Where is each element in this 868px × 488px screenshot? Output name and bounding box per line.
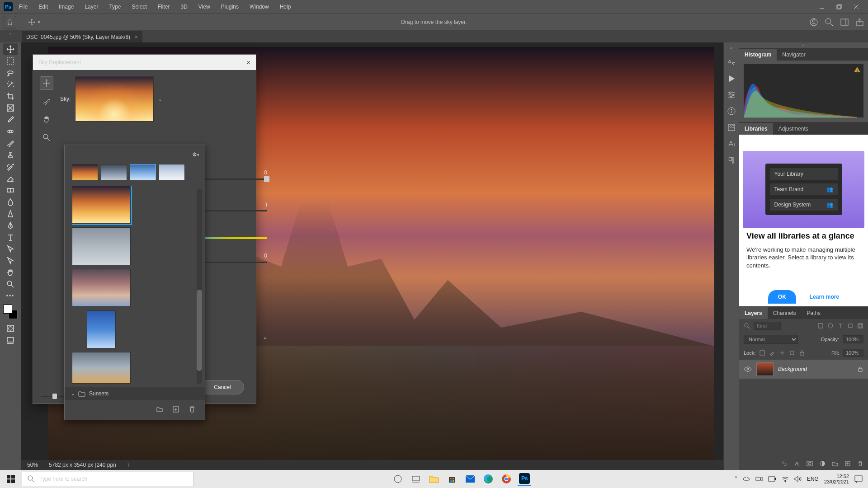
menu-help[interactable]: Help: [275, 2, 296, 12]
taskbar-search[interactable]: Type here to search: [22, 472, 193, 486]
eraser-tool[interactable]: [3, 173, 18, 184]
recent-sky-thumb[interactable]: [101, 164, 127, 180]
document-tab[interactable]: DSC_0045.jpg @ 50% (Sky, Layer Mask/8) ×: [22, 31, 142, 42]
hand-tool[interactable]: [3, 267, 18, 278]
tab-adjustments[interactable]: Adjustments: [773, 123, 814, 135]
minimize-button[interactable]: [814, 1, 830, 13]
sky-dropdown-caret-icon[interactable]: ⌄: [158, 97, 162, 102]
lock-all-icon[interactable]: [799, 350, 805, 356]
libraries-ok-button[interactable]: OK: [768, 290, 796, 304]
close-button[interactable]: [848, 1, 864, 13]
expand-toolbar-chevron-icon[interactable]: »: [0, 31, 21, 36]
crop-tool[interactable]: [3, 90, 18, 102]
dialog-move-tool[interactable]: [40, 76, 53, 90]
character-icon[interactable]: [727, 139, 736, 148]
tab-histogram[interactable]: Histogram: [739, 49, 777, 61]
workspace-icon[interactable]: [840, 18, 849, 27]
zoom-level[interactable]: 50%: [27, 462, 38, 468]
sky-preset-item[interactable]: [72, 227, 131, 265]
mail-icon[interactable]: [463, 472, 477, 486]
filter-type-icon[interactable]: [837, 323, 844, 329]
tab-navigator[interactable]: Navigator: [777, 49, 811, 61]
picker-settings-icon[interactable]: ⚙▾: [192, 151, 199, 158]
color-swatches[interactable]: [3, 305, 18, 319]
lasso-tool[interactable]: [3, 67, 18, 79]
menu-3d[interactable]: 3D: [176, 2, 192, 12]
search-icon[interactable]: [825, 18, 834, 27]
onedrive-icon[interactable]: [743, 475, 750, 483]
pen-tool[interactable]: [3, 220, 18, 231]
move-tool[interactable]: [3, 43, 18, 55]
move-tool-indicator[interactable]: ▾: [28, 16, 40, 28]
blend-mode-select[interactable]: Normal: [744, 335, 798, 344]
picker-scrollbar-thumb[interactable]: [197, 290, 202, 371]
picker-sky-list[interactable]: [72, 186, 191, 386]
filter-pixel-icon[interactable]: [817, 323, 824, 329]
lock-artboard-icon[interactable]: [789, 350, 795, 356]
expand-rail-chevron-icon[interactable]: «: [724, 45, 739, 51]
info-icon[interactable]: [727, 107, 736, 116]
menu-type[interactable]: Type: [104, 2, 125, 12]
menu-window[interactable]: Window: [245, 2, 274, 12]
new-layer-icon[interactable]: [844, 460, 851, 467]
type-tool[interactable]: [3, 231, 18, 243]
recent-sky-thumb[interactable]: [159, 164, 185, 180]
share-icon[interactable]: [855, 18, 864, 27]
cortana-icon[interactable]: [391, 472, 405, 486]
tab-libraries[interactable]: Libraries: [739, 123, 773, 135]
input-language[interactable]: ENG: [807, 476, 819, 482]
battery-icon[interactable]: [768, 476, 776, 482]
healing-brush-tool[interactable]: [3, 126, 18, 137]
menu-image[interactable]: Image: [54, 2, 78, 12]
new-preset-icon[interactable]: [172, 406, 179, 413]
tray-chevron-icon[interactable]: ˄: [735, 476, 737, 482]
tab-paths[interactable]: Paths: [801, 307, 826, 319]
properties-icon[interactable]: [727, 123, 736, 132]
new-group-icon[interactable]: [832, 460, 838, 467]
search-icon[interactable]: [744, 323, 750, 329]
dialog-titlebar[interactable]: Sky Replacement ×: [33, 55, 256, 70]
photoshop-taskbar-icon[interactable]: Ps: [518, 472, 531, 486]
sky-preset-item[interactable]: [72, 352, 131, 384]
filter-shape-icon[interactable]: [847, 323, 854, 329]
lock-paint-icon[interactable]: [769, 350, 775, 356]
eyedropper-tool[interactable]: [3, 114, 18, 126]
history-brush-tool[interactable]: [3, 161, 18, 173]
home-button[interactable]: [4, 16, 16, 28]
chrome-icon[interactable]: [500, 472, 513, 486]
menu-edit[interactable]: Edit: [34, 2, 52, 12]
layer-fx-icon[interactable]: [794, 460, 800, 467]
tab-layers[interactable]: Layers: [739, 307, 768, 319]
clone-stamp-tool[interactable]: [3, 149, 18, 161]
picker-category-row[interactable]: ⌄ Sunsets: [65, 387, 205, 400]
screen-mode-icon[interactable]: [3, 334, 18, 346]
recent-sky-thumb[interactable]: [130, 164, 156, 180]
menu-plugins[interactable]: Plugins: [217, 2, 243, 12]
edge-icon[interactable]: [481, 472, 495, 486]
wifi-icon[interactable]: [782, 476, 789, 482]
sky-preview-thumbnail[interactable]: [75, 76, 154, 122]
actions-icon[interactable]: [727, 58, 736, 67]
close-tab-icon[interactable]: ×: [135, 34, 138, 40]
libraries-learn-more-link[interactable]: Learn more: [810, 294, 839, 300]
sky-preset-picker[interactable]: ⚙▾ ⌄ Sunsets: [64, 145, 205, 420]
dialog-sky-brush-tool[interactable]: [40, 94, 53, 108]
filter-smart-icon[interactable]: [857, 323, 863, 329]
frame-tool[interactable]: [3, 102, 18, 114]
gradient-tool[interactable]: [3, 184, 18, 196]
dodge-tool[interactable]: [3, 208, 18, 220]
notifications-icon[interactable]: [854, 475, 863, 483]
play-icon[interactable]: [727, 74, 736, 83]
marquee-tool[interactable]: [3, 55, 18, 67]
document-info[interactable]: 5782 px x 3540 px (240 ppi): [49, 462, 116, 468]
task-view-icon[interactable]: [409, 472, 423, 486]
zoom-tool[interactable]: [3, 278, 18, 290]
quick-mask-icon[interactable]: [3, 323, 18, 334]
direct-selection-tool[interactable]: [3, 255, 18, 267]
dialog-close-icon[interactable]: ×: [247, 59, 250, 66]
opacity-input[interactable]: [843, 335, 863, 343]
path-selection-tool[interactable]: [3, 243, 18, 255]
layer-filter-kind[interactable]: [754, 322, 781, 330]
expand-panels-chevron-icon[interactable]: «: [739, 42, 868, 48]
file-explorer-icon[interactable]: [427, 472, 441, 486]
